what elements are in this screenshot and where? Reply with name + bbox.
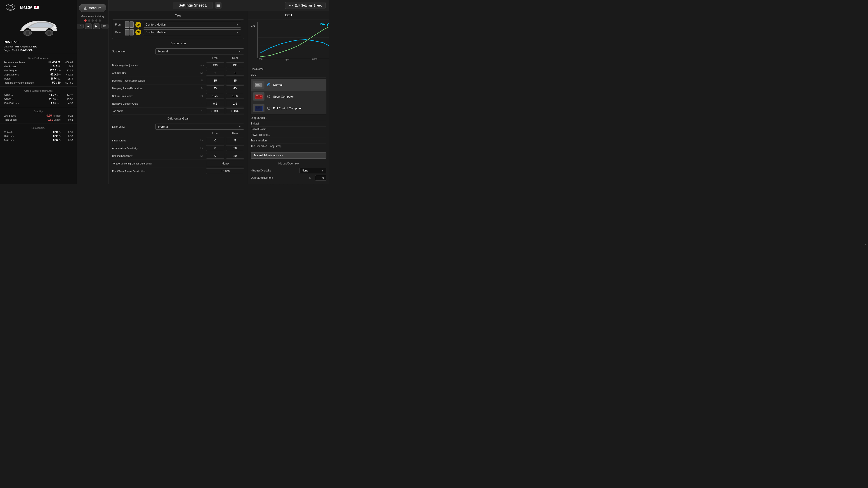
anti-roll-row: Anti-Roll Bar Lv. 1 1 xyxy=(112,69,244,77)
100-150-unit: sec. xyxy=(57,102,61,105)
ecu-full-svg xyxy=(254,105,264,111)
stats-row-60kmh: 60 km/h 0.91 G 0.91 xyxy=(2,130,75,134)
stats-row-highspeed: High Speed -0.61 (Under) -0.61 xyxy=(2,118,75,122)
anti-roll-rear[interactable]: 1 xyxy=(226,70,244,76)
rear-tire-select[interactable]: Comfort: Medium ▼ xyxy=(143,29,241,35)
body-height-front[interactable]: 130 xyxy=(206,62,224,68)
settings-menu-icon[interactable] xyxy=(215,2,221,8)
braking-sensitivity-values: 0 20 xyxy=(205,153,244,159)
nitrous-label: Nitrous/Overtake xyxy=(251,169,298,172)
body-height-row: Body Height Adjustment mm 130 130 xyxy=(112,61,244,69)
suspension-select[interactable]: Normal ▼ xyxy=(155,48,244,55)
torque-secondary: 170.6 xyxy=(61,69,73,72)
middle-panel: Measure Measurement History L1 ◀ ▶ R1 xyxy=(77,0,108,184)
nitrous-section: Nitrous/Overtake Nitrous/Overtake None ▼… xyxy=(248,160,329,183)
output-adj2-value[interactable]: 0 xyxy=(315,175,327,181)
initial-torque-values: 0 5 xyxy=(205,138,244,143)
torque-dist-value[interactable]: 0 : 100 xyxy=(206,168,244,174)
natural-freq-front[interactable]: 1.70 xyxy=(206,93,224,99)
engine-model-value: 10A-RX500 xyxy=(20,49,32,52)
edit-dot-1 xyxy=(289,5,290,6)
stats-row-100-150: 100-150 km/h 4.95 sec. 4.95 xyxy=(2,101,75,105)
neg-camber-front[interactable]: 0.5 xyxy=(206,101,224,106)
edit-settings-button[interactable]: Edit Settings Sheet xyxy=(285,2,326,9)
downforce-row: Downforce xyxy=(251,66,327,72)
brand-name: Mazda xyxy=(20,5,32,10)
nav-r1[interactable]: R1 xyxy=(101,24,108,29)
diff-select[interactable]: Normal ▼ xyxy=(155,124,244,130)
nav-l1[interactable]: L1 xyxy=(76,24,84,29)
initial-torque-rear[interactable]: 5 xyxy=(226,138,244,143)
chart-rpm-min: 1000 xyxy=(257,58,262,61)
toe-angle-front[interactable]: ↕↕ 0.00 xyxy=(206,108,224,113)
accel-perf-title: Acceleration Performance xyxy=(0,89,76,93)
neg-camber-row: Negative Camber Angle ° 0.5 1.5 xyxy=(112,100,244,107)
svg-point-8 xyxy=(21,28,22,30)
tires-section: Front CM Comfort: Medium ▼ Rear xyxy=(112,20,244,39)
torque-vectoring-value[interactable]: None xyxy=(206,161,244,166)
front-tire-select[interactable]: Comfort: Medium ▼ xyxy=(143,22,241,28)
anti-roll-label: Anti-Roll Bar xyxy=(112,72,198,74)
accel-sensitivity-rear[interactable]: 20 xyxy=(226,145,244,151)
toe-angle-rear[interactable]: ↕↑ 0.30 xyxy=(226,108,244,113)
main-content: Settings Sheet 1 Edit Settings Sheet Tir… xyxy=(108,0,329,184)
torque-unit: ft-lb xyxy=(57,69,61,72)
ecu-row: ECU xyxy=(251,72,327,78)
content-area: Tires Front CM Comfort: Medium ▼ Rear xyxy=(108,11,329,184)
suspension-dropdown-row: Suspension Normal ▼ xyxy=(112,47,244,56)
svg-rect-19 xyxy=(256,95,258,96)
base-perf-title: Base Performance xyxy=(0,56,76,60)
100-150-label: 100-150 km/h xyxy=(4,102,51,105)
1000m-label: 0-1000 m xyxy=(4,98,49,101)
tires-section-header: Tires xyxy=(112,14,244,17)
60kmh-unit: G xyxy=(59,131,61,133)
svg-rect-26 xyxy=(256,109,259,109)
manual-adjustment-button[interactable]: Manual Adjustment xyxy=(251,152,327,159)
ballast-pos-row: Ballast Positi... xyxy=(251,127,327,132)
400m-value: 14.72 xyxy=(49,94,56,97)
front-tire-icon xyxy=(125,22,133,28)
nav-next-button[interactable]: ▶ xyxy=(93,24,100,29)
maxpower-unit: HP xyxy=(57,65,61,68)
stability-title: Stability xyxy=(0,109,76,113)
damping-exp-row: Damping Ratio (Expansion) % 45 45 xyxy=(112,85,244,92)
braking-sensitivity-unit: Lv. xyxy=(198,155,205,157)
neg-camber-unit: ° xyxy=(198,102,205,105)
natural-freq-label: Natural Frequency xyxy=(112,95,198,97)
car-silhouette xyxy=(16,17,61,37)
ecu-option-normal[interactable]: Normal xyxy=(251,79,326,91)
initial-torque-front[interactable]: 0 xyxy=(206,138,224,143)
body-height-rear[interactable]: 130 xyxy=(226,62,244,68)
nitrous-select[interactable]: None ▼ xyxy=(299,168,327,173)
damping-comp-rear[interactable]: 35 xyxy=(226,78,244,84)
braking-sensitivity-rear[interactable]: 20 xyxy=(226,153,244,159)
svg-rect-25 xyxy=(256,108,261,108)
power-rest-row: Power Restric... xyxy=(251,132,327,138)
damping-comp-front[interactable]: 35 xyxy=(206,78,224,84)
damping-exp-front[interactable]: 45 xyxy=(206,86,224,91)
output-adj2-row: Output Adjustment % 0 xyxy=(251,174,327,182)
torque-dist-label: Front/Rear Torque Distribution xyxy=(112,170,198,173)
anti-roll-front[interactable]: 1 xyxy=(206,70,224,76)
chart-area xyxy=(257,22,329,58)
stats-row-weight: Weight 1874 lbs. 1874 xyxy=(2,76,75,80)
natural-freq-rear[interactable]: 1.90 xyxy=(226,93,244,99)
ecu-option-sport[interactable]: Sport Computer xyxy=(251,91,326,102)
right-panel: ECU 171 247 xyxy=(248,11,329,184)
measure-button[interactable]: Measure xyxy=(79,4,106,12)
accel-sensitivity-unit: Lv. xyxy=(198,147,205,149)
damping-exp-rear[interactable]: 45 xyxy=(226,86,244,91)
nitrous-arrow: ▼ xyxy=(321,169,324,172)
ecu-option-full[interactable]: Full Control Computer xyxy=(251,102,326,114)
maxpower-label: Max Power xyxy=(4,65,53,68)
nav-prev-button[interactable]: ◀ xyxy=(85,24,92,29)
power-rest-label: Power Restric... xyxy=(251,133,327,136)
braking-sensitivity-front[interactable]: 0 xyxy=(206,153,224,159)
car-drivetrain-line: Drivetrain MR / Aspiration NA xyxy=(0,45,76,48)
240kmh-unit: G xyxy=(59,139,61,142)
neg-camber-rear[interactable]: 1.5 xyxy=(226,101,244,106)
ecu-normal-svg xyxy=(254,81,264,88)
nitrous-title: Nitrous/Overtake xyxy=(251,162,327,165)
accel-sensitivity-front[interactable]: 0 xyxy=(206,145,224,151)
damping-exp-values: 45 45 xyxy=(205,86,244,91)
